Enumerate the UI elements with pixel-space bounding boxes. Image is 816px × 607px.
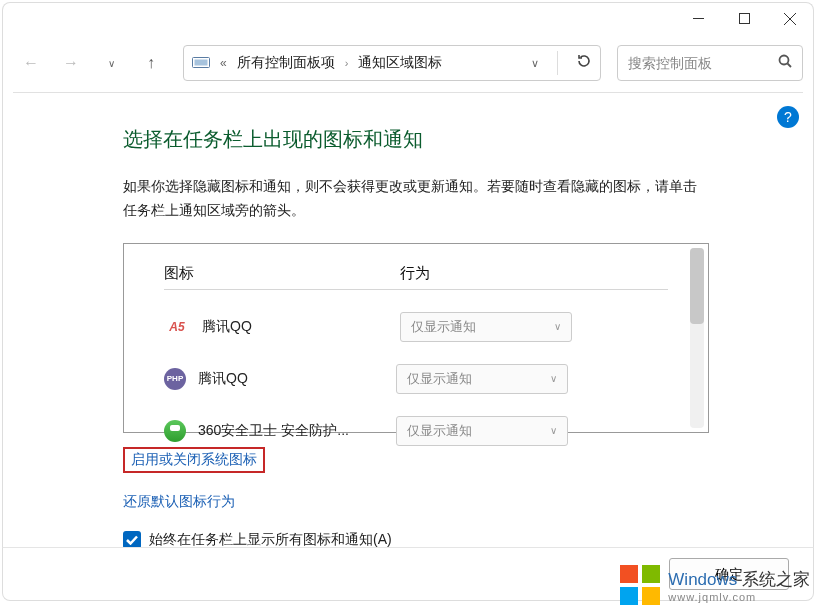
watermark-url: www.jqmlv.com [668,591,810,603]
forward-button[interactable]: → [53,45,89,81]
row-label: 腾讯QQ [202,318,400,336]
watermark-brand-cn: 系统之家 [742,570,810,589]
titlebar [2,2,814,34]
qq-php-icon: PHP [164,368,186,390]
table-row: A5 腾讯QQ 仅显示通知 ∨ [164,312,668,342]
crumb-notification-area[interactable]: 通知区域图标 [358,54,442,72]
back-button[interactable]: ← [13,45,49,81]
behavior-select[interactable]: 仅显示通知 ∨ [400,312,572,342]
table-row: 360安全卫士 安全防护... 仅显示通知 ∨ [164,416,668,446]
windows-logo-icon [620,565,660,605]
svg-point-6 [780,56,789,65]
chevron-down-icon: ∨ [554,321,561,332]
behavior-select[interactable]: 仅显示通知 ∨ [396,416,568,446]
chevron-down-icon: ∨ [550,373,557,384]
address-bar[interactable]: « 所有控制面板项 › 通知区域图标 ∨ [183,45,601,81]
header-rule [164,289,668,290]
refresh-button[interactable] [576,53,592,73]
behavior-select[interactable]: 仅显示通知 ∨ [396,364,568,394]
scrollbar-thumb[interactable] [690,248,704,324]
maximize-button[interactable] [721,4,767,34]
svg-rect-1 [739,14,749,24]
row-label: 腾讯QQ [198,370,396,388]
search-input[interactable] [628,55,778,71]
qq-a5-icon: A5 [164,316,190,338]
svg-line-7 [788,64,792,68]
up-button[interactable]: ↑ [133,45,169,81]
help-badge[interactable]: ? [777,106,799,128]
breadcrumb: 所有控制面板项 › 通知区域图标 [237,54,443,72]
close-button[interactable] [767,4,813,34]
table-row: PHP 腾讯QQ 仅显示通知 ∨ [164,364,668,394]
360-safe-icon [164,420,186,442]
row-label: 360安全卫士 安全防护... [198,422,396,440]
toggle-system-icons-link[interactable]: 启用或关闭系统图标 [123,447,265,473]
toolbar: ← → ∨ ↑ « 所有控制面板项 › 通知区域图标 ∨ [2,34,814,92]
address-dropdown-icon[interactable]: ∨ [531,57,539,70]
always-show-label: 始终在任务栏上显示所有图标和通知(A) [149,531,392,549]
crumb-separator-icon: › [345,57,349,69]
path-overflow-icon[interactable]: « [220,56,227,70]
page-description: 如果你选择隐藏图标和通知，则不会获得更改或更新通知。若要随时查看隐藏的图标，请单… [123,175,703,223]
chevron-down-icon: ∨ [550,425,557,436]
control-panel-icon [192,54,210,72]
watermark-brand-en: Windows [668,570,742,589]
always-show-row: 始终在任务栏上显示所有图标和通知(A) [123,531,793,549]
header-icon: 图标 [164,264,400,283]
recent-dropdown[interactable]: ∨ [93,45,129,81]
crumb-all-items[interactable]: 所有控制面板项 [237,54,335,72]
search-box[interactable] [617,45,803,81]
minimize-button[interactable] [675,4,721,34]
content-area: ? 选择在任务栏上出现的图标和通知 如果你选择隐藏图标和通知，则不会获得更改或更… [2,92,814,549]
always-show-checkbox[interactable] [123,531,141,549]
separator [13,92,803,93]
page-title: 选择在任务栏上出现的图标和通知 [123,126,793,153]
icon-list: 图标 行为 A5 腾讯QQ 仅显示通知 ∨ PHP 腾讯QQ 仅显示通知 ∨ [123,243,709,433]
divider [557,51,558,75]
restore-defaults-link[interactable]: 还原默认图标行为 [123,493,793,511]
svg-rect-5 [195,60,208,66]
header-behavior: 行为 [400,264,668,283]
search-icon[interactable] [778,54,792,72]
watermark: Windows 系统之家 www.jqmlv.com [620,565,810,605]
